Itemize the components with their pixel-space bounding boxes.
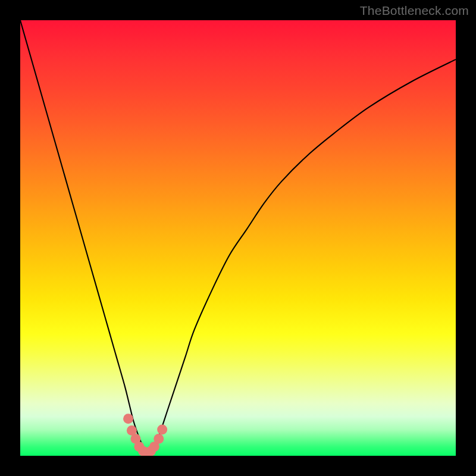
plot-area — [20, 20, 456, 456]
valley-marker — [154, 434, 164, 444]
outer-frame: TheBottleneck.com — [0, 0, 476, 476]
valley-marker — [157, 425, 167, 435]
valley-markers — [123, 414, 167, 456]
chart-svg — [20, 20, 456, 456]
valley-marker — [123, 414, 133, 424]
bottleneck-curve — [20, 20, 456, 452]
watermark-text: TheBottleneck.com — [360, 4, 469, 18]
